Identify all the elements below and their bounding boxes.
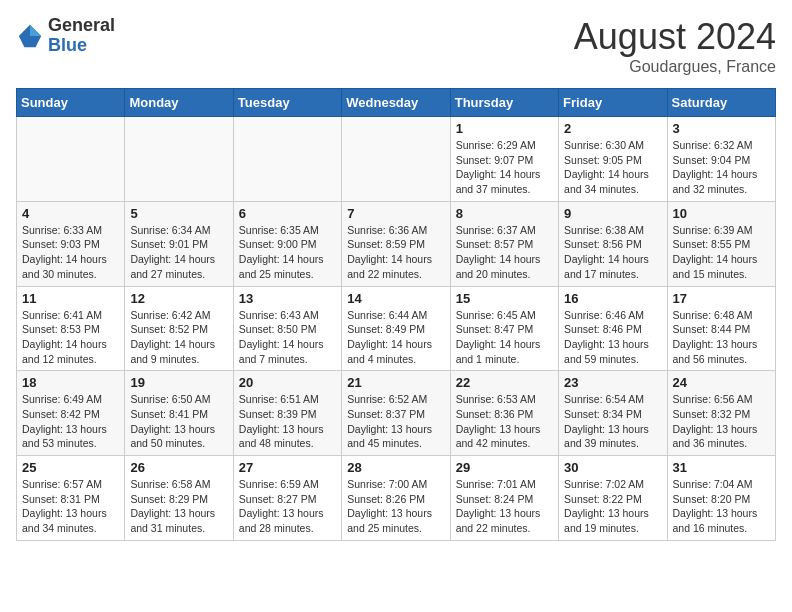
cell-day-number: 7 [347, 206, 444, 221]
calendar-cell: 21Sunrise: 6:52 AM Sunset: 8:37 PM Dayli… [342, 371, 450, 456]
calendar-cell: 7Sunrise: 6:36 AM Sunset: 8:59 PM Daylig… [342, 201, 450, 286]
cell-day-info: Sunrise: 6:38 AM Sunset: 8:56 PM Dayligh… [564, 223, 661, 282]
cell-day-number: 30 [564, 460, 661, 475]
cell-day-number: 28 [347, 460, 444, 475]
calendar-week-row: 4Sunrise: 6:33 AM Sunset: 9:03 PM Daylig… [17, 201, 776, 286]
title-block: August 2024 Goudargues, France [574, 16, 776, 76]
cell-day-info: Sunrise: 6:49 AM Sunset: 8:42 PM Dayligh… [22, 392, 119, 451]
cell-day-number: 17 [673, 291, 770, 306]
logo-general: General [48, 16, 115, 36]
weekday-header: Thursday [450, 89, 558, 117]
cell-day-number: 12 [130, 291, 227, 306]
cell-day-number: 5 [130, 206, 227, 221]
calendar-cell: 23Sunrise: 6:54 AM Sunset: 8:34 PM Dayli… [559, 371, 667, 456]
cell-day-info: Sunrise: 6:30 AM Sunset: 9:05 PM Dayligh… [564, 138, 661, 197]
cell-day-number: 24 [673, 375, 770, 390]
cell-day-number: 2 [564, 121, 661, 136]
cell-day-info: Sunrise: 6:34 AM Sunset: 9:01 PM Dayligh… [130, 223, 227, 282]
cell-day-info: Sunrise: 7:01 AM Sunset: 8:24 PM Dayligh… [456, 477, 553, 536]
calendar-cell: 28Sunrise: 7:00 AM Sunset: 8:26 PM Dayli… [342, 456, 450, 541]
calendar-cell: 22Sunrise: 6:53 AM Sunset: 8:36 PM Dayli… [450, 371, 558, 456]
calendar-cell: 1Sunrise: 6:29 AM Sunset: 9:07 PM Daylig… [450, 117, 558, 202]
calendar-cell: 19Sunrise: 6:50 AM Sunset: 8:41 PM Dayli… [125, 371, 233, 456]
calendar-header: SundayMondayTuesdayWednesdayThursdayFrid… [17, 89, 776, 117]
cell-day-info: Sunrise: 6:59 AM Sunset: 8:27 PM Dayligh… [239, 477, 336, 536]
cell-day-info: Sunrise: 6:56 AM Sunset: 8:32 PM Dayligh… [673, 392, 770, 451]
cell-day-number: 18 [22, 375, 119, 390]
cell-day-number: 26 [130, 460, 227, 475]
cell-day-info: Sunrise: 7:02 AM Sunset: 8:22 PM Dayligh… [564, 477, 661, 536]
calendar-cell [342, 117, 450, 202]
cell-day-info: Sunrise: 6:42 AM Sunset: 8:52 PM Dayligh… [130, 308, 227, 367]
calendar-cell: 20Sunrise: 6:51 AM Sunset: 8:39 PM Dayli… [233, 371, 341, 456]
cell-day-number: 29 [456, 460, 553, 475]
location: Goudargues, France [574, 58, 776, 76]
calendar-cell [125, 117, 233, 202]
calendar-cell: 14Sunrise: 6:44 AM Sunset: 8:49 PM Dayli… [342, 286, 450, 371]
cell-day-number: 10 [673, 206, 770, 221]
cell-day-info: Sunrise: 6:29 AM Sunset: 9:07 PM Dayligh… [456, 138, 553, 197]
weekday-header: Wednesday [342, 89, 450, 117]
cell-day-info: Sunrise: 6:44 AM Sunset: 8:49 PM Dayligh… [347, 308, 444, 367]
calendar-week-row: 1Sunrise: 6:29 AM Sunset: 9:07 PM Daylig… [17, 117, 776, 202]
cell-day-info: Sunrise: 6:35 AM Sunset: 9:00 PM Dayligh… [239, 223, 336, 282]
calendar-cell: 10Sunrise: 6:39 AM Sunset: 8:55 PM Dayli… [667, 201, 775, 286]
cell-day-info: Sunrise: 6:52 AM Sunset: 8:37 PM Dayligh… [347, 392, 444, 451]
logo-icon [16, 22, 44, 50]
cell-day-number: 22 [456, 375, 553, 390]
cell-day-number: 19 [130, 375, 227, 390]
cell-day-number: 6 [239, 206, 336, 221]
cell-day-number: 8 [456, 206, 553, 221]
cell-day-info: Sunrise: 6:36 AM Sunset: 8:59 PM Dayligh… [347, 223, 444, 282]
calendar-cell: 18Sunrise: 6:49 AM Sunset: 8:42 PM Dayli… [17, 371, 125, 456]
calendar-cell: 8Sunrise: 6:37 AM Sunset: 8:57 PM Daylig… [450, 201, 558, 286]
cell-day-number: 20 [239, 375, 336, 390]
calendar-cell: 2Sunrise: 6:30 AM Sunset: 9:05 PM Daylig… [559, 117, 667, 202]
calendar-cell: 27Sunrise: 6:59 AM Sunset: 8:27 PM Dayli… [233, 456, 341, 541]
cell-day-info: Sunrise: 6:32 AM Sunset: 9:04 PM Dayligh… [673, 138, 770, 197]
cell-day-number: 13 [239, 291, 336, 306]
weekday-header: Tuesday [233, 89, 341, 117]
calendar-cell: 26Sunrise: 6:58 AM Sunset: 8:29 PM Dayli… [125, 456, 233, 541]
calendar-cell: 5Sunrise: 6:34 AM Sunset: 9:01 PM Daylig… [125, 201, 233, 286]
calendar-cell: 16Sunrise: 6:46 AM Sunset: 8:46 PM Dayli… [559, 286, 667, 371]
calendar-body: 1Sunrise: 6:29 AM Sunset: 9:07 PM Daylig… [17, 117, 776, 541]
cell-day-number: 4 [22, 206, 119, 221]
month-year: August 2024 [574, 16, 776, 58]
logo: General Blue [16, 16, 115, 56]
cell-day-info: Sunrise: 6:41 AM Sunset: 8:53 PM Dayligh… [22, 308, 119, 367]
cell-day-number: 31 [673, 460, 770, 475]
cell-day-info: Sunrise: 6:53 AM Sunset: 8:36 PM Dayligh… [456, 392, 553, 451]
cell-day-info: Sunrise: 6:39 AM Sunset: 8:55 PM Dayligh… [673, 223, 770, 282]
calendar-cell: 3Sunrise: 6:32 AM Sunset: 9:04 PM Daylig… [667, 117, 775, 202]
cell-day-info: Sunrise: 6:46 AM Sunset: 8:46 PM Dayligh… [564, 308, 661, 367]
calendar-week-row: 11Sunrise: 6:41 AM Sunset: 8:53 PM Dayli… [17, 286, 776, 371]
calendar-cell: 4Sunrise: 6:33 AM Sunset: 9:03 PM Daylig… [17, 201, 125, 286]
cell-day-info: Sunrise: 6:37 AM Sunset: 8:57 PM Dayligh… [456, 223, 553, 282]
cell-day-number: 21 [347, 375, 444, 390]
calendar-cell: 11Sunrise: 6:41 AM Sunset: 8:53 PM Dayli… [17, 286, 125, 371]
logo-blue: Blue [48, 36, 115, 56]
calendar-cell: 15Sunrise: 6:45 AM Sunset: 8:47 PM Dayli… [450, 286, 558, 371]
cell-day-number: 15 [456, 291, 553, 306]
weekday-header: Friday [559, 89, 667, 117]
cell-day-info: Sunrise: 6:33 AM Sunset: 9:03 PM Dayligh… [22, 223, 119, 282]
cell-day-number: 14 [347, 291, 444, 306]
cell-day-number: 3 [673, 121, 770, 136]
cell-day-info: Sunrise: 6:58 AM Sunset: 8:29 PM Dayligh… [130, 477, 227, 536]
weekday-header: Monday [125, 89, 233, 117]
cell-day-number: 27 [239, 460, 336, 475]
cell-day-number: 16 [564, 291, 661, 306]
calendar-cell: 6Sunrise: 6:35 AM Sunset: 9:00 PM Daylig… [233, 201, 341, 286]
weekday-header: Saturday [667, 89, 775, 117]
cell-day-info: Sunrise: 7:04 AM Sunset: 8:20 PM Dayligh… [673, 477, 770, 536]
calendar-week-row: 25Sunrise: 6:57 AM Sunset: 8:31 PM Dayli… [17, 456, 776, 541]
cell-day-info: Sunrise: 7:00 AM Sunset: 8:26 PM Dayligh… [347, 477, 444, 536]
calendar-cell: 24Sunrise: 6:56 AM Sunset: 8:32 PM Dayli… [667, 371, 775, 456]
calendar-cell: 12Sunrise: 6:42 AM Sunset: 8:52 PM Dayli… [125, 286, 233, 371]
calendar-cell: 17Sunrise: 6:48 AM Sunset: 8:44 PM Dayli… [667, 286, 775, 371]
weekday-header: Sunday [17, 89, 125, 117]
cell-day-info: Sunrise: 6:57 AM Sunset: 8:31 PM Dayligh… [22, 477, 119, 536]
calendar-cell: 9Sunrise: 6:38 AM Sunset: 8:56 PM Daylig… [559, 201, 667, 286]
calendar-cell: 13Sunrise: 6:43 AM Sunset: 8:50 PM Dayli… [233, 286, 341, 371]
